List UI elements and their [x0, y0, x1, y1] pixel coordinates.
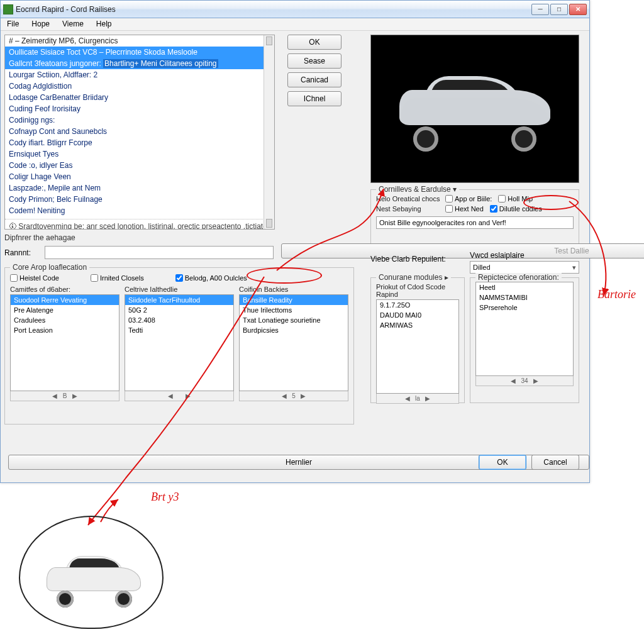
app-icon — [3, 4, 13, 14]
list-item[interactable]: Codinigg ngs: — [5, 114, 274, 126]
list-header: # – Zeimerdity MP6, Ciurgencics — [5, 35, 274, 47]
core-title: Core Arop loaflecation — [10, 263, 89, 272]
list-item-selected-1[interactable]: Oullicate Sisiace Toct VC8 – Plecrrinote… — [5, 47, 274, 58]
listbox-scrollbar[interactable] — [264, 35, 274, 229]
maximize-button[interactable]: □ — [550, 4, 568, 15]
repc-group: Repictecice ofenoration: Heetl NAMMSTAMI… — [470, 277, 579, 403]
list-item[interactable]: Cuding Feof Irorisitay — [5, 103, 274, 114]
list-item[interactable]: Cody ifiart. Btligrr Fcorpe — [5, 137, 274, 148]
controls-hole-label: Helo Oreatical chocs — [376, 195, 445, 203]
main-window: Eocnrd Rapird - Cord Railises ─ □ ✕ File… — [0, 0, 590, 483]
list-item[interactable]: Cody Primon; Belc Fuilnage — [5, 194, 274, 205]
core-col2-list[interactable]: Siidodele TacrFihuultod 50G 2 03.2.408 T… — [125, 294, 234, 391]
list-item[interactable]: ARMIWAS — [377, 320, 458, 330]
core-col2-label: Celtrive Ialthedlie — [125, 286, 234, 293]
list-item[interactable]: Lourgar Sctiion, Aldffaer: 2 — [5, 69, 274, 80]
vwd-select[interactable]: Dilled — [470, 261, 579, 274]
footer-buttons: OK Cancel — [479, 455, 579, 474]
list-item[interactable]: Burdpicsies — [240, 325, 348, 335]
small-car-figure — [25, 522, 157, 623]
menu-help[interactable]: Help — [90, 18, 118, 30]
car-icon-small — [44, 553, 145, 604]
annotation-label-bartorie: Bartorie — [597, 288, 636, 301]
save-button[interactable]: Sease — [287, 53, 341, 69]
list-item[interactable]: Cofnayp Cont and Saunebcls — [5, 126, 274, 137]
conv-scroll[interactable]: ◀ la ▶ — [376, 394, 459, 404]
menu-file[interactable]: File — [1, 18, 25, 30]
annotation-circle-dilutile — [523, 195, 579, 210]
test-button[interactable]: Test Dallie — [281, 243, 644, 258]
ok-button[interactable]: OK — [287, 35, 341, 50]
remark-label: Rannnt: — [4, 248, 31, 257]
core-col1-list[interactable]: Suodool Rerre Vevating Pre Alatenge Crad… — [10, 294, 119, 391]
chk-irnited[interactable]: Irnited Closels — [91, 274, 144, 282]
list-note: Srardtovenming be; anr sced lonotion, li… — [5, 219, 274, 230]
list-item[interactable]: Heetl — [476, 282, 573, 292]
vwd-label: Vwcd eslaiplaire — [470, 251, 525, 260]
conv-title: Conurane modules ▸ — [376, 273, 451, 282]
list-item[interactable]: Codem! Neniting — [5, 205, 274, 216]
list-item[interactable]: DAUD0 MAI0 — [377, 310, 458, 320]
diphter-label: Dipfnrer the aehagae — [4, 233, 75, 242]
core-group: Core Arop loaflecation Heistel Code Irni… — [4, 267, 354, 425]
annotation-label-brty3: Brt y3 — [151, 491, 179, 504]
list-item[interactable]: Pre Alatenge — [11, 305, 119, 315]
controls-nest-label: Nest Sebaying — [376, 205, 445, 213]
list-item[interactable]: 03.2.408 — [125, 315, 233, 325]
list-item[interactable]: Ernsiquet Tyes — [5, 148, 274, 160]
list-item[interactable]: 9.1.7.25O — [377, 300, 458, 310]
footer-ok-button[interactable]: OK — [479, 455, 526, 470]
menu-vieme[interactable]: Vieme — [56, 18, 90, 30]
list-item[interactable]: Cradulees — [11, 315, 119, 325]
remark-input[interactable] — [45, 246, 274, 259]
chk-hext-ned[interactable]: Hext Ned — [445, 204, 484, 214]
core-col1-label: Camitfes of d6aber: — [10, 286, 119, 293]
view-clerk-label: Viebe Clarb Repuilent: — [370, 255, 446, 264]
main-listbox[interactable]: # – Zeimerdity MP6, Ciurgencics Oullicat… — [4, 35, 275, 230]
list-item[interactable]: Port Leasion — [11, 325, 119, 335]
footer-cancel-button[interactable]: Cancel — [531, 455, 579, 470]
car-preview — [370, 35, 579, 183]
list-item[interactable]: Bansille Readity — [240, 295, 348, 305]
repc-list[interactable]: Heetl NAMMSTAMIBI SPrserehole — [475, 282, 574, 376]
list-item[interactable]: Suodool Rerre Vevating — [11, 295, 119, 305]
col1-scroll[interactable]: ◀ B ▶ — [10, 391, 119, 401]
list-item[interactable]: Tedti — [125, 325, 233, 335]
list-item[interactable]: 50G 2 — [125, 305, 233, 315]
col2-scroll[interactable]: ◀ ▶ — [125, 391, 234, 401]
menubar: File Hope Vieme Help — [1, 18, 589, 31]
list-item[interactable]: Thue Irilecttoms — [240, 305, 348, 315]
controls-title: Cornillevs & Eardulse ▾ — [376, 185, 459, 194]
chk-heistel[interactable]: Heistel Code — [10, 274, 59, 282]
list-item-selected-2[interactable]: Gallcnt 3featoans jungoner: Bhartling+ M… — [5, 58, 274, 69]
car-silhouette-icon — [393, 71, 557, 147]
repc-scroll[interactable]: ◀ 34 ▶ — [475, 376, 574, 386]
list-item[interactable]: Lodasge CarBenatter Briidary — [5, 92, 274, 103]
window-title: Eocnrd Rapird - Cord Railises — [16, 5, 116, 14]
list-item[interactable]: Code :o, idlyer Eas — [5, 160, 274, 171]
repc-title: Repictecice ofenoration: — [475, 273, 562, 282]
list-item[interactable]: NAMMSTAMIBI — [476, 292, 573, 303]
list-item[interactable]: Laspzade:, Mepile ant Nem — [5, 182, 274, 194]
close-pane-button[interactable]: IChnel — [287, 91, 341, 106]
minimize-button[interactable]: ─ — [531, 4, 549, 15]
close-button[interactable]: ✕ — [569, 4, 587, 15]
list-item[interactable]: Siidodele TacrFihuultod — [125, 295, 233, 305]
button-column: OK Sease Canicad IChnel — [287, 35, 341, 110]
conv-modules-group: Conurane modules ▸ Priokut of Cdod Scode… — [370, 277, 465, 403]
titlebar[interactable]: Eocnrd Rapird - Cord Railises ─ □ ✕ — [1, 1, 589, 18]
list-item[interactable]: Codag Adgldisttion — [5, 80, 274, 92]
cancel-button[interactable]: Canicad — [287, 72, 341, 87]
col3-scroll[interactable]: ◀ 5 ▶ — [239, 391, 348, 401]
list-item[interactable]: Txat Lonatiege sourietine — [240, 315, 348, 325]
conv-list[interactable]: 9.1.7.25O DAUD0 MAI0 ARMIWAS — [376, 299, 459, 394]
controls-text-input[interactable] — [376, 216, 574, 229]
chk-app-bille[interactable]: App or Biile: — [445, 194, 492, 204]
annotation-circle-chk — [247, 267, 322, 284]
core-col3-label: Coifioin Backies — [239, 286, 348, 293]
list-item[interactable]: Coligr Lhage Veen — [5, 171, 274, 182]
menu-hope[interactable]: Hope — [25, 18, 56, 30]
chk-belodg[interactable]: Belodg, A00 Oulcles — [175, 274, 247, 282]
list-item[interactable]: SPrserehole — [476, 303, 573, 313]
core-col3-list[interactable]: Bansille Readity Thue Irilecttoms Txat L… — [239, 294, 348, 391]
